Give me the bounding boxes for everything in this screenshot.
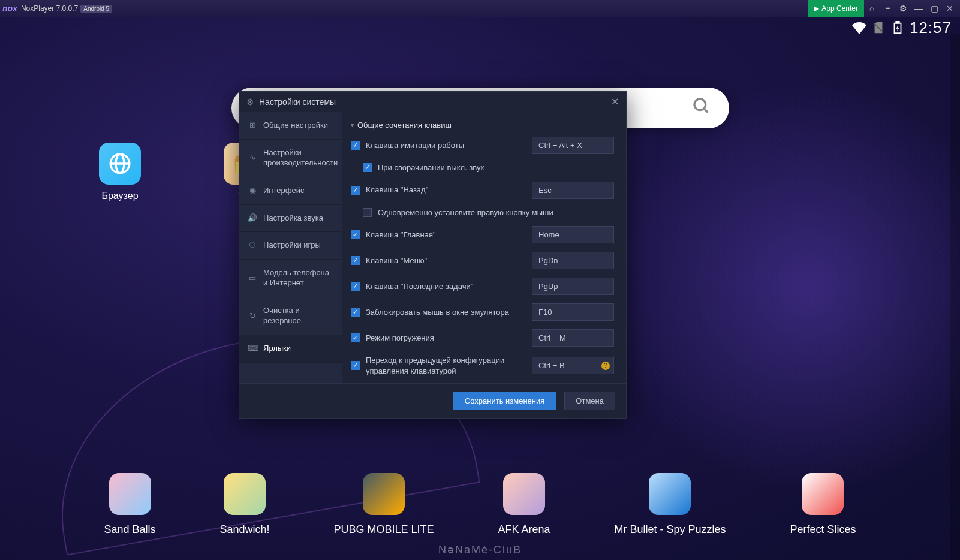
- help-icon[interactable]: ?: [601, 362, 610, 370]
- menu-icon[interactable]: ≡: [880, 0, 895, 17]
- row-label: При сворачивании выкл. звук: [378, 162, 614, 173]
- sidebar-item-label: Ярлыки: [263, 344, 291, 354]
- app-sand-balls[interactable]: Sand Balls: [104, 473, 155, 536]
- play-triangle-icon: ▶: [814, 4, 819, 13]
- row-prev-kb: ✓ Переход к предыдущей конфигурации упра…: [351, 355, 614, 376]
- settings-sidebar: ⊞Общие настройки ∿Настройки производител…: [239, 112, 342, 383]
- row-menu-key: ✓ Клавиша "Меню" PgDn: [351, 252, 614, 269]
- keyboard-icon: ⌨: [248, 344, 257, 354]
- speaker-icon: 🔊: [248, 213, 257, 224]
- key-input[interactable]: Ctrl + Alt + X: [532, 137, 614, 154]
- gear-icon[interactable]: ⚙: [895, 0, 911, 17]
- row-label: Одновременно установите правую кнопку мы…: [378, 207, 614, 218]
- key-input[interactable]: PgUp: [532, 278, 614, 295]
- sidebar-item-label: Настройки производительности: [263, 148, 338, 168]
- section-title[interactable]: ▾ Общие сочетания клавиш: [351, 121, 614, 130]
- checkbox[interactable]: [363, 208, 372, 217]
- app-label: Mr Bullet - Spy Puzzles: [614, 523, 726, 536]
- row-label: Заблокировать мышь в окне эмулятора: [366, 307, 526, 318]
- row-label: Клавиша "Меню": [366, 255, 526, 266]
- sidebar-item-label: Очистка и резервное: [263, 306, 335, 326]
- row-label: Переход к предыдущей конфигурации управл…: [366, 355, 526, 376]
- app-mrbullet[interactable]: Mr Bullet - Spy Puzzles: [614, 473, 726, 536]
- sidebar-item-phone[interactable]: ▭Модель телефона и Интернет: [239, 260, 342, 297]
- key-input[interactable]: Ctrl + B?: [532, 357, 614, 374]
- app-pubg[interactable]: PUBG MOBILE LITE: [333, 473, 434, 536]
- sidebar-item-interface[interactable]: ◉Интерфейс: [239, 177, 342, 205]
- app-label: Sand Balls: [104, 523, 155, 536]
- browser-app[interactable]: Браузер: [84, 143, 156, 201]
- app-icon: [503, 473, 545, 515]
- checkbox[interactable]: ✓: [351, 186, 360, 195]
- sidebar-item-shortcuts[interactable]: ⌨Ярлыки: [239, 335, 342, 363]
- right-toolbar-strip: [950, 34, 960, 560]
- app-row: Sand Balls Sandwich! PUBG MOBILE LITE AF…: [0, 473, 960, 536]
- row-back-key: ✓ Клавиша "Назад" Esc: [351, 182, 614, 199]
- sidebar-item-general[interactable]: ⊞Общие настройки: [239, 112, 342, 140]
- sidebar-item-label: Модель телефона и Интернет: [263, 268, 335, 288]
- checkbox[interactable]: ✓: [351, 361, 360, 370]
- row-boss-key: ✓ Клавиша имитации работы Ctrl + Alt + X: [351, 137, 614, 154]
- app-icon: [109, 473, 151, 515]
- app-icon: [363, 473, 405, 515]
- titlebar: nox NoxPlayer 7.0.0.7 Android 5 ▶ App Ce…: [0, 0, 960, 17]
- checkbox[interactable]: ✓: [351, 230, 360, 239]
- nox-logo: nox: [2, 4, 17, 13]
- app-label: PUBG MOBILE LITE: [333, 523, 434, 536]
- sidebar-item-sound[interactable]: 🔊Настройка звука: [239, 205, 342, 233]
- app-icon: [802, 473, 844, 515]
- app-slices[interactable]: Perfect Slices: [790, 473, 856, 536]
- maximize-icon[interactable]: ▢: [926, 0, 942, 17]
- phone-icon: ▭: [248, 273, 257, 284]
- svg-rect-1: [896, 22, 899, 23]
- app-center-button[interactable]: ▶ App Center: [808, 0, 864, 17]
- sidebar-item-cleanup[interactable]: ↻Очистка и резервное: [239, 297, 342, 335]
- svg-point-2: [694, 99, 706, 110]
- row-back-rmb: Одновременно установите правую кнопку мы…: [351, 207, 614, 218]
- row-immerse: ✓ Режим погружения Ctrl + M: [351, 329, 614, 347]
- save-button[interactable]: Сохранить изменения: [453, 392, 556, 410]
- checkbox[interactable]: ✓: [363, 163, 372, 172]
- svg-line-3: [704, 109, 708, 113]
- sidebar-item-game[interactable]: ⚇Настройки игры: [239, 232, 342, 260]
- checkbox[interactable]: ✓: [351, 308, 360, 317]
- app-afk[interactable]: AFK Arena: [498, 473, 550, 536]
- wifi-icon: [852, 20, 866, 35]
- close-icon[interactable]: ✕: [942, 0, 958, 17]
- gear-icon: ⚙: [246, 97, 254, 107]
- pulse-icon: ∿: [248, 153, 257, 163]
- app-label: Perfect Slices: [790, 523, 856, 536]
- battery-icon: [890, 20, 905, 35]
- row-label: Клавиша имитации работы: [366, 140, 526, 151]
- app-icon: [224, 473, 266, 515]
- app-sandwich[interactable]: Sandwich!: [219, 473, 269, 536]
- app-label: AFK Arena: [498, 523, 550, 536]
- sliders-icon: ⊞: [248, 121, 257, 131]
- checkbox[interactable]: ✓: [351, 141, 360, 150]
- key-input[interactable]: PgDn: [532, 252, 614, 269]
- key-input[interactable]: Ctrl + M: [532, 329, 614, 347]
- checkbox[interactable]: ✓: [351, 282, 360, 291]
- checkbox[interactable]: ✓: [351, 256, 360, 265]
- dialog-close-button[interactable]: ✕: [611, 96, 619, 107]
- globe-icon: ◉: [248, 186, 257, 196]
- watermark: NəNaMé-CluB: [438, 543, 522, 556]
- refresh-icon: ↻: [248, 311, 257, 321]
- android-badge: Android 5: [80, 5, 112, 13]
- search-icon[interactable]: [692, 97, 711, 120]
- row-label: Клавиша "Главная": [366, 230, 526, 240]
- cancel-button[interactable]: Отмена: [564, 392, 615, 410]
- row-label: Клавиша "Назад": [366, 185, 526, 195]
- android-statusbar: 12:57: [0, 17, 960, 38]
- sidebar-item-label: Интерфейс: [263, 186, 304, 196]
- dialog-footer: Сохранить изменения Отмена: [239, 383, 626, 418]
- minimize-icon[interactable]: —: [911, 0, 926, 17]
- checkbox[interactable]: ✓: [351, 333, 360, 342]
- app-name: NoxPlayer 7.0.0.7: [21, 4, 78, 13]
- row-recent-key: ✓ Клавиша "Последние задачи" PgUp: [351, 278, 614, 295]
- key-input[interactable]: Esc: [532, 182, 614, 199]
- sidebar-item-performance[interactable]: ∿Настройки производительности: [239, 140, 342, 177]
- home-icon[interactable]: ⌂: [864, 0, 880, 17]
- key-input[interactable]: F10: [532, 303, 614, 321]
- key-input[interactable]: Home: [532, 226, 614, 243]
